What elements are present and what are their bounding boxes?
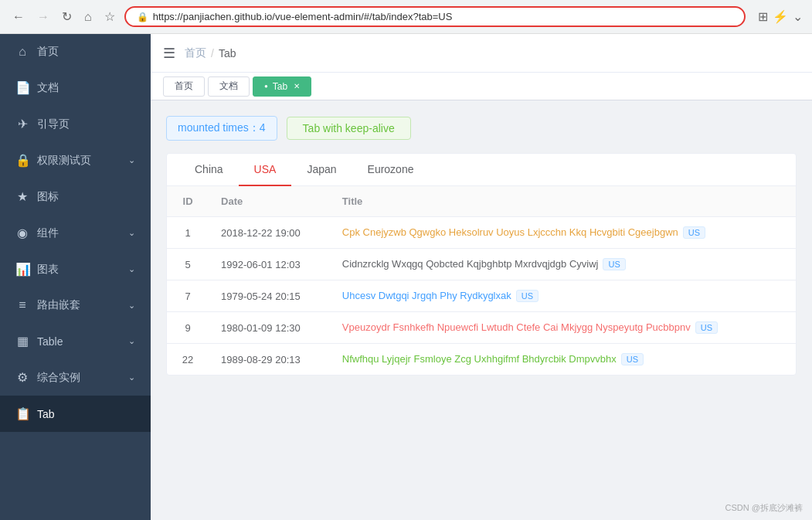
forward-button[interactable]: →: [34, 8, 53, 25]
tab-bar: 首页 文档 ● Tab ✕: [151, 73, 812, 100]
tab-japan[interactable]: Japan: [291, 154, 352, 186]
home-button[interactable]: ⌂: [81, 8, 95, 25]
bookmark-button[interactable]: ☆: [101, 8, 118, 25]
tab-bar-item-tab[interactable]: ● Tab ✕: [253, 76, 311, 97]
guide-icon: ✈: [15, 117, 29, 131]
chevron-down-icon: ⌄: [128, 264, 135, 274]
cell-id: 1: [167, 217, 209, 249]
badges-row: mounted times：4 Tab with keep-alive: [166, 116, 797, 141]
breadcrumb-current: Tab: [219, 47, 236, 59]
sidebar-item-label: 组件: [37, 226, 59, 240]
tab-bar-label: Tab: [273, 81, 287, 92]
mounted-times-badge: mounted times：4: [166, 116, 277, 141]
cell-date: 1989-08-29 20:13: [209, 344, 330, 376]
sidebar-item-label: 图表: [37, 263, 59, 277]
sidebar-item-label: 图标: [37, 190, 59, 204]
keep-alive-badge: Tab with keep-alive: [287, 117, 411, 140]
tag-us: US: [621, 353, 644, 365]
chevron-down-icon: ⌄: [128, 336, 135, 346]
sidebar-item-example[interactable]: ⚙ 综合实例 ⌄: [0, 359, 151, 396]
table-row: 12018-12-22 19:00Cpk Cnejyzwb Qgwgko Hek…: [167, 217, 796, 249]
tab-bar-label: 首页: [175, 80, 193, 93]
example-icon: ⚙: [15, 370, 29, 385]
url-bar[interactable]: 🔒 https://panjiachen.github.io/vue-eleme…: [124, 6, 746, 27]
sidebar-item-docs[interactable]: 📄 文档: [0, 70, 151, 106]
sidebar-item-label: Table: [37, 335, 63, 348]
sidebar-item-permission[interactable]: 🔒 权限测试页 ⌄: [0, 142, 151, 178]
tag-us: US: [516, 290, 539, 302]
sidebar-item-nested[interactable]: ≡ 路由嵌套 ⌄: [0, 287, 151, 323]
docs-icon: 📄: [15, 80, 29, 95]
tag-us: US: [603, 258, 625, 270]
page-content: mounted times：4 Tab with keep-alive Chin…: [151, 100, 812, 520]
sidebar-item-charts[interactable]: 📊 图表 ⌄: [0, 251, 151, 287]
cell-title: Nfwfhqu Lyjqejr Fsmloye Zcg Uxhhgifmf Bh…: [330, 344, 796, 376]
close-tab-icon[interactable]: ✕: [294, 82, 300, 90]
tab-bar-item-home[interactable]: 首页: [163, 76, 205, 97]
home-icon: ⌂: [15, 45, 29, 59]
cell-date: 1980-01-09 12:30: [209, 312, 330, 344]
sidebar-item-label: 权限测试页: [37, 154, 91, 168]
tag-us: US: [683, 226, 705, 239]
sidebar-item-tab[interactable]: 📋 Tab: [0, 396, 151, 432]
sidebar-item-table[interactable]: ▦ Table ⌄: [0, 323, 151, 359]
sidebar-item-icons[interactable]: ★ 图标: [0, 178, 151, 215]
chevron-down-icon: ⌄: [128, 228, 135, 238]
sidebar-item-label: 路由嵌套: [37, 298, 80, 312]
extensions-icon[interactable]: ⊞: [758, 9, 768, 24]
browser-chrome: ← → ↻ ⌂ ☆ 🔒 https://panjiachen.github.io…: [0, 0, 812, 34]
table-icon: ▦: [15, 334, 29, 348]
table-row: 71979-05-24 20:15Uhcesv Dwtgqi Jrgqh Phy…: [167, 280, 796, 312]
components-icon: ◉: [15, 226, 29, 240]
cell-title: Cpk Cnejyzwb Qgwgko Heksolruv Uoyus Lxjc…: [330, 217, 796, 249]
hamburger-icon[interactable]: ☰: [163, 45, 175, 62]
chevron-down-icon: ⌄: [128, 155, 135, 165]
table-row: 51992-06-01 12:03Cidnzrcklg Wxqgq Qobcte…: [167, 249, 796, 280]
col-header-date: Date: [209, 186, 330, 217]
reload-button[interactable]: ↻: [59, 8, 75, 25]
tab-bar-dot: ●: [264, 83, 268, 90]
cell-id: 5: [167, 249, 209, 280]
more-icon[interactable]: ⌄: [793, 9, 803, 24]
sidebar-item-label: 引导页: [37, 117, 70, 131]
sidebar-item-label: 文档: [37, 81, 59, 95]
cell-id: 22: [167, 344, 209, 376]
app-container: ⌂ 首页 📄 文档 ✈ 引导页 🔒 权限测试页 ⌄ ★ 图标 ◉ 组件 ⌄ 📊 …: [0, 34, 812, 520]
nested-icon: ≡: [15, 298, 29, 312]
cell-title: Vpeuzoydr Fsnhkefh Npuewcfi Lwtudh Ctefe…: [330, 312, 796, 344]
tab-icon: 📋: [15, 406, 29, 421]
main-content: ☰ 首页 / Tab 首页 文档 ● Tab ✕: [151, 34, 812, 520]
col-header-id: ID: [167, 186, 209, 217]
tabs-header: China USA Japan Eurozone: [167, 154, 796, 186]
top-nav: ☰ 首页 / Tab: [151, 34, 812, 73]
breadcrumb: 首页 / Tab: [185, 46, 236, 60]
star-icon: ★: [15, 189, 29, 204]
sidebar-item-label: Tab: [37, 408, 55, 420]
permission-icon: 🔒: [15, 153, 29, 168]
sidebar-item-label: 综合实例: [37, 371, 80, 385]
chevron-down-icon: ⌄: [128, 372, 135, 382]
sidebar-item-home[interactable]: ⌂ 首页: [0, 34, 151, 70]
back-button[interactable]: ←: [9, 8, 28, 25]
cell-id: 7: [167, 280, 209, 312]
tab-china[interactable]: China: [179, 154, 239, 186]
table-row: 91980-01-09 12:30Vpeuzoydr Fsnhkefh Npue…: [167, 312, 796, 344]
cell-date: 1979-05-24 20:15: [209, 280, 330, 312]
cell-title: Cidnzrcklg Wxqgq Qobcted Kqjbghbtp Mxrdv…: [330, 249, 796, 280]
tab-bar-label: 文档: [219, 80, 238, 93]
cell-date: 2018-12-22 19:00: [209, 217, 330, 249]
cell-date: 1992-06-01 12:03: [209, 249, 330, 280]
tab-usa[interactable]: USA: [239, 154, 292, 186]
sidebar-item-guide[interactable]: ✈ 引导页: [0, 106, 151, 142]
charts-icon: 📊: [15, 262, 29, 277]
tab-eurozone[interactable]: Eurozone: [352, 154, 430, 186]
tag-us: US: [695, 321, 718, 334]
sidebar-item-label: 首页: [37, 45, 59, 59]
breadcrumb-home[interactable]: 首页: [185, 46, 206, 60]
tab-bar-item-docs[interactable]: 文档: [208, 76, 250, 97]
sidebar: ⌂ 首页 📄 文档 ✈ 引导页 🔒 权限测试页 ⌄ ★ 图标 ◉ 组件 ⌄ 📊 …: [0, 34, 151, 520]
breadcrumb-separator: /: [211, 47, 214, 59]
sidebar-item-components[interactable]: ◉ 组件 ⌄: [0, 215, 151, 251]
lightning-icon[interactable]: ⚡: [773, 9, 788, 24]
browser-actions: ⊞ ⚡ ⌄: [758, 9, 803, 24]
